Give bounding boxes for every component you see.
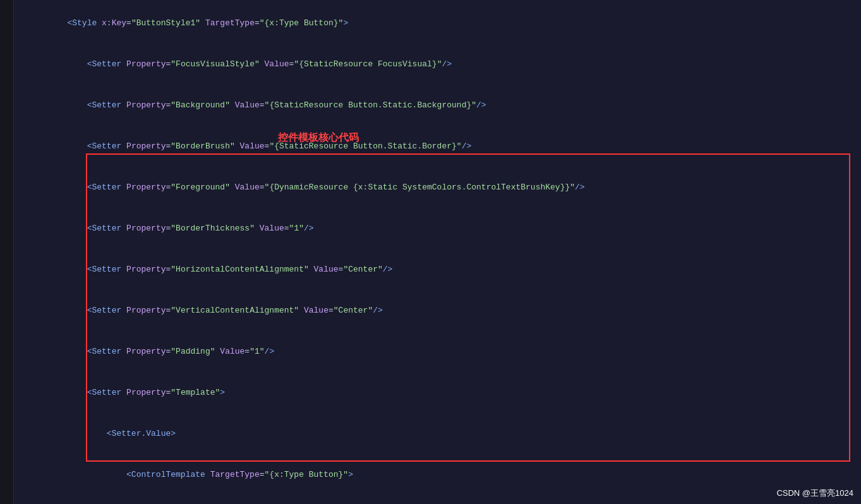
line-content: <Style x:Key="ButtonStyle1" TargetType="… (25, 3, 861, 43)
code-line: <Setter Property="BorderThickness" Value… (0, 208, 861, 249)
code-line: <Setter Property="FocusVisualStyle" Valu… (0, 44, 861, 85)
line-content: <Setter Property="FocusVisualStyle" Valu… (25, 44, 861, 84)
line-content: <Setter Property="BorderBrush" Value="{S… (25, 126, 861, 166)
line-content: <Setter Property="VerticalContentAlignme… (25, 291, 861, 330)
line-content: <Setter Property="Background" Value="{St… (25, 85, 861, 125)
code-line: <Setter Property="Template"> (0, 372, 861, 413)
code-line: <Style x:Key="ButtonStyle1" TargetType="… (0, 3, 861, 44)
line-content: <ControlTemplate TargetType="{x:Type But… (25, 455, 861, 495)
line-content: │ <Border x:Name="border" BorderBrush="{… (25, 496, 861, 504)
line-content: <Setter.Value> (25, 414, 861, 453)
code-line: │ <Border x:Name="border" BorderBrush="{… (0, 495, 861, 504)
code-line: <Setter Property="Foreground" Value="{Dy… (0, 167, 861, 208)
code-line: <Setter Property="VerticalContentAlignme… (0, 290, 861, 331)
annotation-label: 控件模板核心代码 (278, 131, 359, 145)
code-line: <Setter.Value> (0, 413, 861, 454)
code-line: <Setter Property="BorderBrush" Value="{S… (0, 126, 861, 167)
line-content: <Setter Property="HorizontalContentAlign… (25, 249, 861, 289)
code-line: <ControlTemplate TargetType="{x:Type But… (0, 454, 861, 495)
line-content: <Setter Property="Template"> (25, 373, 861, 412)
code-line: <Setter Property="HorizontalContentAlign… (0, 249, 861, 290)
line-content: <Setter Property="BorderThickness" Value… (25, 208, 861, 248)
code-area[interactable]: <Style x:Key="ButtonStyle1" TargetType="… (0, 0, 861, 504)
tag-name: Style (72, 18, 97, 28)
code-line: <Setter Property="Padding" Value="1"/> (0, 331, 861, 372)
line-content: <Setter Property="Foreground" Value="{Dy… (25, 167, 861, 207)
code-line: <Setter Property="Background" Value="{St… (0, 85, 861, 126)
editor-container: <Style x:Key="ButtonStyle1" TargetType="… (0, 0, 861, 504)
line-content: <Setter Property="Padding" Value="1"/> (25, 332, 861, 371)
watermark-label: CSDN @王雪亮1024 (776, 488, 853, 499)
